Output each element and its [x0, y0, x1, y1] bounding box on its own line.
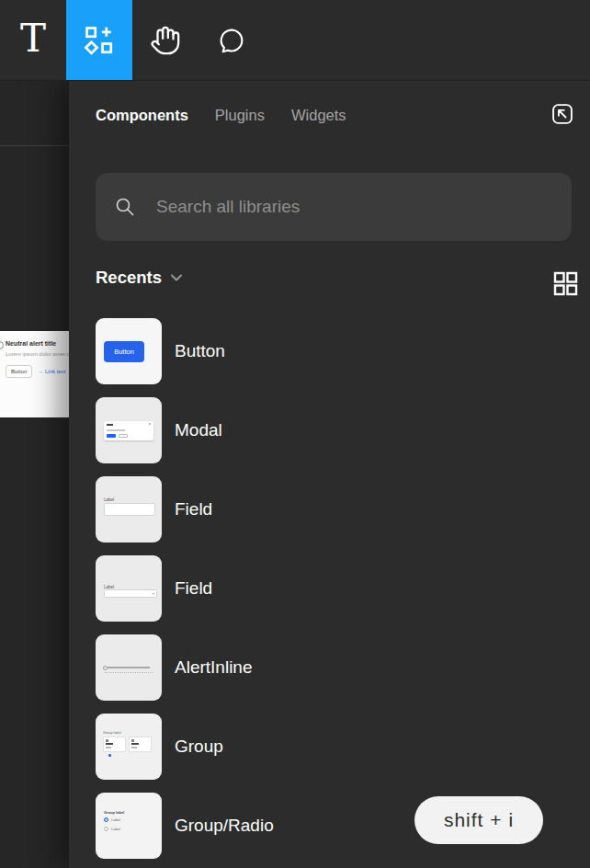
item-label: Modal: [175, 420, 222, 440]
text-tool-icon: T: [20, 19, 46, 58]
list-item-field[interactable]: Label Field: [96, 476, 590, 542]
alert-card-body: Lorem ipsum dolor amet conse: [6, 351, 70, 357]
item-label: Button: [175, 341, 225, 361]
alert-card-link[interactable]: → Link text: [38, 369, 65, 374]
thumbnail-group: Group label: [96, 714, 162, 780]
canvas-frame-edge: [0, 145, 74, 146]
list-item-modal[interactable]: Modal: [96, 397, 590, 463]
list-item-field-2[interactable]: Label Field: [96, 555, 590, 622]
assets-panel: Components Plugins Widgets Recents: [69, 81, 590, 868]
thumbnail-modal: [96, 397, 162, 463]
components-icon: [84, 25, 115, 56]
recents-title: Recents: [96, 268, 162, 288]
canvas-alert-card[interactable]: Neutral alert title Lorem ipsum dolor am…: [0, 331, 74, 417]
search-icon: [114, 196, 136, 218]
popout-panel-button[interactable]: [549, 100, 576, 128]
recents-dropdown[interactable]: Recents: [96, 268, 182, 288]
list-item-alertinline[interactable]: AlertInline: [96, 634, 590, 701]
thumb-button-mock: Button: [104, 341, 144, 362]
thumbnail-button: Button: [96, 318, 162, 384]
list-item-group[interactable]: Group label Group: [96, 714, 590, 780]
tab-widgets[interactable]: Widgets: [291, 107, 346, 124]
tab-plugins[interactable]: Plugins: [215, 107, 265, 124]
comment-icon: [217, 26, 246, 55]
canvas-area[interactable]: Neutral alert title Lorem ipsum dolor am…: [0, 81, 74, 868]
search-input[interactable]: [154, 196, 553, 218]
radio-unselected-icon: [104, 827, 108, 831]
tab-components[interactable]: Components: [96, 107, 188, 124]
thumbnail-field-2: Label: [96, 555, 162, 622]
radio-selected-icon: [104, 817, 108, 822]
alert-card-title: Neutral alert title: [6, 340, 70, 347]
item-label: AlertInline: [175, 657, 253, 678]
thumb-modal-mock: [104, 421, 153, 440]
thumb-group-label: Group label: [103, 731, 121, 735]
grid-view-icon: [553, 271, 578, 296]
thumb-radio-group-label: Group label: [104, 810, 124, 815]
list-item-button[interactable]: Button Button: [96, 318, 590, 384]
chevron-down-icon: [171, 274, 182, 281]
panel-tabs: Components Plugins Widgets: [96, 101, 346, 129]
hand-icon: [150, 25, 181, 56]
component-list: Button Button Modal Label Field Label: [96, 318, 590, 868]
search-bar[interactable]: [96, 173, 572, 241]
alert-card-button[interactable]: Button: [6, 365, 32, 378]
keyboard-shortcut-badge: shift + i: [414, 796, 543, 844]
thumb-field-label: Label: [104, 497, 114, 502]
item-label: Group/Radio: [175, 816, 274, 836]
thumbnail-alertinline: [96, 634, 162, 701]
thumb-field-input-mock: [104, 503, 155, 516]
comment-tool-button[interactable]: [199, 0, 265, 80]
thumbnail-field: Label: [96, 476, 162, 542]
text-tool-button[interactable]: T: [0, 0, 66, 80]
item-label: Group: [175, 737, 223, 757]
toolbar: T: [0, 0, 590, 81]
open-window-icon: [550, 101, 575, 127]
thumbnail-group-radio: Group label Label Label: [96, 793, 162, 859]
item-label: Field: [175, 578, 212, 599]
item-label: Field: [175, 499, 212, 520]
assets-tool-button[interactable]: [66, 0, 132, 80]
caret-down-icon: [153, 593, 154, 595]
grid-view-toggle[interactable]: [552, 271, 578, 295]
hand-tool-button[interactable]: [132, 0, 199, 80]
thumb-field-input-mock: [104, 589, 157, 598]
info-icon: [0, 341, 4, 349]
